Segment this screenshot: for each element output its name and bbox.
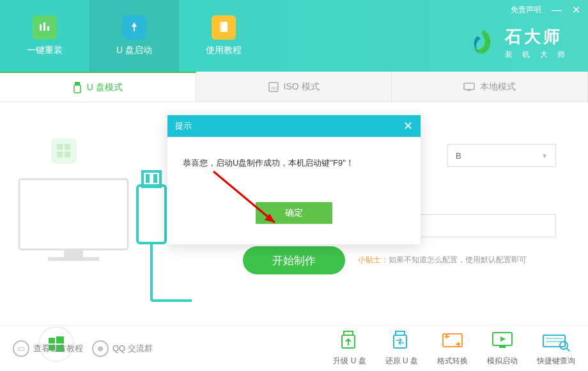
device-dropdown[interactable]: B ▼ bbox=[447, 144, 556, 167]
book-icon: ▭ bbox=[13, 340, 29, 357]
qq-icon: ☻ bbox=[92, 340, 109, 357]
decoration-illustration bbox=[13, 122, 192, 326]
simulate-icon bbox=[490, 330, 514, 352]
format-icon bbox=[440, 330, 465, 352]
svg-rect-18 bbox=[48, 257, 99, 261]
mode-tabs: U 盘模式 ISO ISO 模式 本地模式 bbox=[0, 72, 588, 102]
tutorial-icon bbox=[212, 15, 236, 40]
nav-label: 一键重装 bbox=[27, 45, 63, 56]
tab-usb-mode[interactable]: U 盘模式 bbox=[0, 72, 196, 102]
logo-subtitle: 装 机 大 师 bbox=[505, 49, 569, 60]
svg-rect-36 bbox=[543, 335, 565, 347]
svg-rect-1 bbox=[43, 22, 45, 31]
tool-hotkey-lookup[interactable]: 快捷键查询 bbox=[537, 330, 575, 367]
chevron-down-icon: ▼ bbox=[541, 152, 548, 159]
reinstall-icon bbox=[33, 15, 57, 40]
svg-rect-2 bbox=[47, 26, 49, 31]
tool-upgrade-usb[interactable]: 升级 U 盘 bbox=[333, 330, 366, 367]
success-dialog: 提示 ✕ 恭喜您，启动U盘制作成功，本机启动键"F9"！ 确定 bbox=[167, 115, 421, 244]
dialog-message: 恭喜您，启动U盘制作成功，本机启动键"F9"！ bbox=[167, 137, 421, 180]
footer-bar: ▭ 查看官方教程 ☻ QQ 交流群 升级 U 盘 还原 U 盘 格式转换 模拟启… bbox=[0, 325, 588, 371]
logo-icon bbox=[468, 28, 499, 58]
tab-iso-mode[interactable]: ISO ISO 模式 bbox=[196, 72, 392, 102]
nav-reinstall[interactable]: 一键重装 bbox=[0, 0, 89, 72]
tool-format-convert[interactable]: 格式转换 bbox=[437, 330, 468, 367]
tip-text: 小贴士：如果不知道怎么配置，使用默认配置即可 bbox=[358, 255, 527, 265]
svg-rect-21 bbox=[146, 174, 150, 183]
svg-rect-16 bbox=[19, 179, 128, 249]
svg-rect-10 bbox=[467, 90, 471, 91]
tab-label: ISO 模式 bbox=[284, 81, 320, 93]
dialog-header: 提示 ✕ bbox=[167, 115, 421, 137]
svg-rect-12 bbox=[57, 144, 63, 150]
svg-rect-13 bbox=[65, 144, 70, 150]
nav-usb-boot[interactable]: U 盘启动 bbox=[89, 0, 179, 72]
tool-label: 格式转换 bbox=[437, 356, 468, 367]
window-controls: 免责声明 — ✕ bbox=[511, 4, 580, 16]
nav-label: U 盘启动 bbox=[116, 45, 152, 56]
tool-label: 模拟启动 bbox=[487, 356, 518, 367]
svg-rect-9 bbox=[464, 83, 474, 90]
nav-tutorial[interactable]: 使用教程 bbox=[179, 0, 268, 72]
restore-icon bbox=[389, 330, 414, 352]
svg-rect-22 bbox=[153, 174, 157, 183]
tab-local-mode[interactable]: 本地模式 bbox=[392, 72, 588, 102]
official-tutorial-link[interactable]: ▭ 查看官方教程 bbox=[13, 340, 83, 357]
svg-rect-6 bbox=[74, 85, 81, 93]
tool-label: 升级 U 盘 bbox=[333, 356, 366, 367]
tool-label: 快捷键查询 bbox=[537, 356, 575, 367]
disclaimer-link[interactable]: 免责声明 bbox=[511, 4, 541, 15]
svg-rect-14 bbox=[57, 152, 63, 157]
svg-line-40 bbox=[566, 348, 569, 351]
svg-rect-4 bbox=[220, 22, 222, 32]
start-create-button[interactable]: 开始制作 bbox=[243, 246, 345, 274]
link-label: 查看官方教程 bbox=[33, 343, 83, 354]
svg-rect-0 bbox=[40, 24, 42, 31]
minimize-button[interactable]: — bbox=[552, 4, 562, 16]
tab-label: 本地模式 bbox=[480, 81, 516, 93]
svg-text:ISO: ISO bbox=[271, 86, 278, 90]
dialog-close-button[interactable]: ✕ bbox=[403, 119, 413, 133]
dialog-ok-button[interactable]: 确定 bbox=[256, 202, 332, 224]
dialog-title: 提示 bbox=[175, 120, 192, 132]
tool-label: 还原 U 盘 bbox=[385, 356, 418, 367]
tip-label: 小贴士： bbox=[358, 255, 389, 264]
usb-icon bbox=[73, 82, 82, 93]
hotkey-icon bbox=[542, 330, 570, 352]
svg-rect-17 bbox=[64, 249, 83, 257]
svg-rect-11 bbox=[51, 138, 77, 164]
dropdown-value: B bbox=[456, 151, 461, 161]
tab-label: U 盘模式 bbox=[87, 82, 123, 93]
upgrade-icon bbox=[337, 330, 362, 352]
app-header: 免责声明 — ✕ 一键重装 U 盘启动 使用教程 石大师 装 机 大 师 bbox=[0, 0, 588, 72]
svg-rect-15 bbox=[65, 152, 70, 157]
usb-boot-icon bbox=[122, 15, 146, 40]
tool-simulate-boot[interactable]: 模拟启动 bbox=[487, 330, 518, 367]
svg-rect-19 bbox=[137, 186, 166, 243]
tip-body: 如果不知道怎么配置，使用默认配置即可 bbox=[389, 255, 527, 264]
logo-title: 石大师 bbox=[505, 26, 569, 48]
close-button[interactable]: ✕ bbox=[572, 4, 580, 16]
nav-label: 使用教程 bbox=[206, 45, 242, 56]
tool-restore-usb[interactable]: 还原 U 盘 bbox=[385, 330, 418, 367]
svg-rect-35 bbox=[499, 345, 506, 348]
config-dropdown[interactable] bbox=[409, 214, 556, 237]
link-label: QQ 交流群 bbox=[112, 343, 153, 354]
local-icon bbox=[463, 83, 475, 91]
iso-icon: ISO bbox=[268, 82, 279, 92]
app-logo: 石大师 装 机 大 师 bbox=[468, 26, 569, 60]
qq-group-link[interactable]: ☻ QQ 交流群 bbox=[92, 340, 153, 357]
